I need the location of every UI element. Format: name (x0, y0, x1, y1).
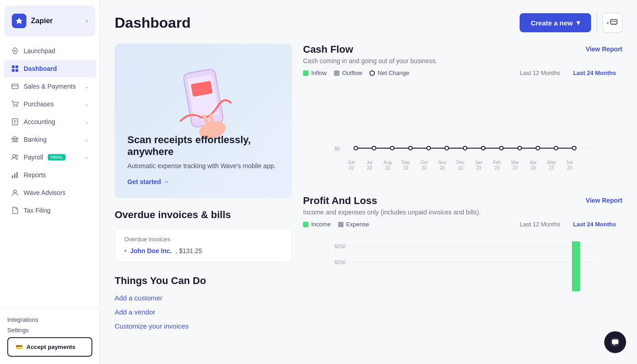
page-header: Dashboard Create a new ▾ ‹ (115, 13, 622, 33)
svg-text:Jan: Jan (475, 160, 482, 165)
svg-text:May: May (547, 160, 556, 165)
add-customer-link[interactable]: Add a customer (115, 294, 292, 302)
accept-payments-button[interactable]: 💳 Accept payments (7, 337, 92, 357)
settings-link[interactable]: Settings (7, 327, 92, 334)
profit-legend: Income Expense (303, 221, 369, 228)
profit-12m-button[interactable]: Last 12 Months (513, 219, 566, 230)
profit-24m-button[interactable]: Last 24 Months (566, 219, 622, 230)
sidebar-item-reports[interactable]: Reports (4, 166, 96, 184)
svg-rect-20 (12, 175, 13, 178)
expense-dot (338, 222, 344, 227)
overdue-section: Overdue invoices & bills Overdue Invoice… (115, 209, 292, 262)
svg-point-44 (500, 146, 503, 150)
sidebar-label-accounting: Accounting (24, 118, 55, 125)
add-vendor-link[interactable]: Add a vendor (115, 308, 292, 316)
svg-text:Mar: Mar (511, 160, 519, 165)
sidebar-item-dashboard[interactable]: Dashboard (4, 60, 96, 77)
svg-text:Feb: Feb (493, 160, 501, 165)
card-icon: 💳 (15, 344, 23, 350)
svg-text:22: 22 (403, 165, 409, 170)
bar-chart-icon (11, 171, 19, 179)
profit-view-report[interactable]: View Report (586, 197, 622, 204)
sidebar-item-tax-filing[interactable]: Tax Filing (4, 202, 96, 219)
svg-point-38 (390, 146, 394, 150)
svg-point-46 (536, 146, 540, 150)
chevron-down-payroll-icon: ⌄ (85, 155, 89, 160)
promo-card: Scan receipts effortlessly, anywhere Aut… (115, 44, 292, 198)
sidebar-logo[interactable]: Zapier › (5, 5, 95, 36)
svg-rect-4 (15, 69, 18, 72)
svg-rect-2 (15, 65, 18, 68)
income-dot (303, 222, 308, 227)
svg-point-48 (572, 146, 576, 150)
svg-text:23: 23 (549, 165, 554, 170)
net-change-legend: Net Change (369, 70, 409, 76)
sidebar-item-payroll[interactable]: Payroll TRIAL ⌄ (4, 149, 96, 166)
sidebar-item-purchases[interactable]: Purchases ⌄ (4, 95, 96, 113)
right-column: Cash Flow Cash coming in and going out o… (303, 44, 622, 336)
customize-invoices-link[interactable]: Customize your invoices (115, 322, 292, 330)
svg-text:Jul: Jul (367, 160, 373, 165)
cash-flow-view-report[interactable]: View Report (586, 45, 622, 53)
sidebar-label-reports: Reports (24, 171, 46, 179)
chevron-down-banking-icon: ⌄ (85, 137, 89, 143)
cash-flow-period-buttons: Last 12 Months Last 24 Months (513, 67, 622, 79)
svg-text:$0: $0 (334, 146, 340, 151)
svg-point-37 (372, 146, 376, 150)
things-title: Things You Can Do (115, 275, 292, 287)
sidebar: Zapier › Launchpad Dashboard Sales & Pay… (0, 0, 100, 364)
app-name: Zapier (31, 17, 81, 25)
svg-text:23: 23 (494, 165, 500, 170)
svg-text:Aug: Aug (384, 160, 392, 165)
sidebar-item-launchpad[interactable]: Launchpad (4, 42, 96, 60)
income-label: Income (311, 221, 331, 228)
grid-icon (11, 65, 19, 73)
inflow-legend: Inflow (303, 70, 327, 76)
svg-text:22: 22 (367, 165, 372, 170)
promo-title: Scan receipts effortlessly, anywhere (127, 134, 279, 158)
cash-flow-12m-button[interactable]: Last 12 Months (513, 67, 566, 79)
chevron-down-purchases-icon: ⌄ (85, 101, 89, 107)
integrations-link[interactable]: Integrations (7, 316, 92, 323)
chevron-left-icon: ‹ (607, 20, 609, 26)
chevron-down-accounting-icon: ⌄ (85, 119, 89, 125)
svg-rect-1 (12, 65, 15, 68)
logo-chevron-icon: › (86, 18, 88, 24)
overdue-customer-link[interactable]: John Doe Inc. (130, 247, 172, 254)
svg-text:22: 22 (385, 165, 390, 170)
outflow-label: Outflow (342, 70, 362, 76)
svg-text:Sep: Sep (402, 160, 410, 165)
svg-text:Nov: Nov (438, 160, 446, 165)
svg-marker-13 (12, 136, 18, 139)
file-icon (11, 206, 19, 214)
sidebar-label-sales: Sales & Payments (24, 83, 76, 90)
svg-rect-79 (572, 241, 580, 291)
promo-cta-link[interactable]: Get started → (127, 178, 279, 185)
svg-point-39 (409, 146, 412, 150)
chevron-down-icon: ⌄ (85, 84, 89, 90)
svg-text:Jun: Jun (348, 160, 355, 165)
cash-flow-header: Cash Flow Cash coming in and going out o… (303, 44, 437, 65)
left-column: Scan receipts effortlessly, anywhere Aut… (115, 44, 292, 336)
promo-desc: Automatic expense tracking with Wave's m… (127, 161, 279, 171)
svg-rect-22 (16, 172, 18, 178)
svg-rect-16 (16, 139, 17, 141)
chat-button[interactable] (604, 331, 626, 353)
sidebar-item-accounting[interactable]: Accounting ⌄ (4, 113, 96, 130)
svg-point-18 (13, 155, 15, 157)
svg-point-8 (16, 106, 18, 107)
sidebar-item-sales[interactable]: Sales & Payments ⌄ (4, 78, 96, 95)
income-legend: Income (303, 221, 331, 228)
create-new-button[interactable]: Create a new ▾ (520, 13, 591, 32)
profit-section: Profit And Loss Income and expenses only… (303, 195, 622, 300)
cash-flow-legend: Inflow Outflow Net Change (303, 70, 409, 76)
dropdown-arrow-icon: ▾ (576, 19, 580, 27)
svg-text:Jun: Jun (566, 160, 573, 165)
notifications-button[interactable]: ‹ (602, 13, 622, 33)
svg-text:23: 23 (512, 165, 518, 170)
svg-text:23: 23 (476, 165, 481, 170)
cash-flow-24m-button[interactable]: Last 24 Months (566, 67, 622, 79)
profit-chart: $250 $200 (303, 235, 622, 300)
sidebar-item-wave-advisors[interactable]: Wave Advisors (4, 184, 96, 201)
sidebar-item-banking[interactable]: Banking ⌄ (4, 131, 96, 148)
